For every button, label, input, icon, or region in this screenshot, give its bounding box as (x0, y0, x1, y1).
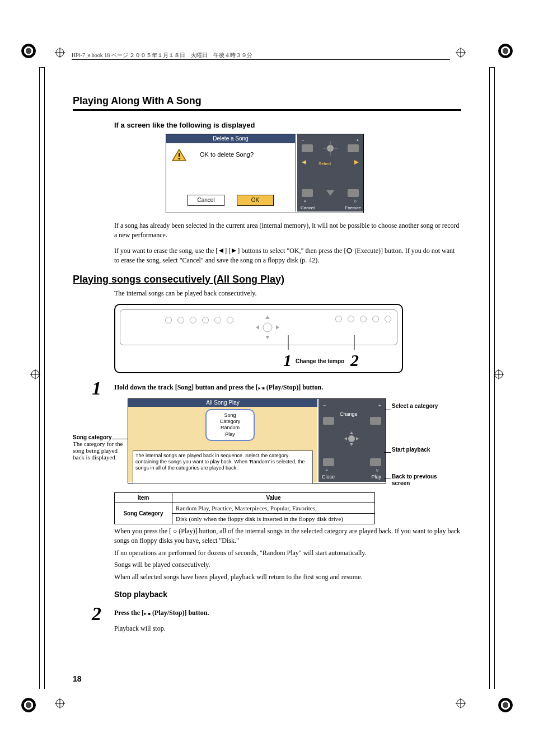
step-text: Press the [/ (Play/Stop)] button. (114, 609, 461, 617)
svg-text:/: / (146, 612, 148, 616)
x-button[interactable] (323, 458, 334, 466)
x-label: × (304, 199, 307, 204)
plus-label: + (378, 402, 381, 408)
table-value: Disk (only when the floppy disk is inser… (172, 513, 375, 524)
minus-label: − (323, 402, 326, 408)
callout-number: 1 (283, 351, 292, 370)
value-table: itemValue Song Category Random Play, Pra… (114, 492, 375, 524)
leader-line (384, 452, 391, 453)
callout-number: 2 (350, 351, 359, 370)
minus-button[interactable] (323, 417, 334, 425)
section-title: Playing Along With A Song (73, 95, 461, 107)
warning-icon (172, 149, 186, 161)
nav-pad: Change − + × ○ Close Play (318, 399, 386, 482)
play-stop-icon: / (258, 384, 265, 389)
joystick-panel-icon (254, 313, 282, 341)
step-number: 1 (92, 378, 101, 399)
play-stop-icon: / (144, 609, 151, 615)
svg-point-29 (347, 248, 352, 253)
table-header: item (115, 492, 172, 503)
major-heading: Playing songs consecutively (All Song Pl… (73, 274, 461, 285)
ok-button[interactable]: OK (237, 195, 274, 206)
minus-label: − (302, 138, 305, 143)
leader-line (384, 478, 391, 478)
registration-mark-icon (456, 48, 466, 58)
screen-message: The internal songs are played back in se… (133, 450, 313, 484)
x-button[interactable] (302, 189, 313, 197)
svg-marker-32 (265, 336, 270, 339)
crop-mark-icon (498, 44, 513, 58)
svg-marker-43 (344, 437, 347, 440)
svg-marker-31 (265, 316, 270, 319)
right-arrow-icon (353, 159, 360, 166)
svg-point-30 (263, 323, 272, 332)
registration-mark-icon (494, 369, 504, 379)
category-bubble: Song Category Random Play (205, 409, 255, 441)
divider (73, 109, 461, 111)
svg-marker-45 (144, 613, 147, 616)
joystick-icon (343, 430, 360, 447)
svg-marker-41 (350, 431, 353, 434)
cancel-button[interactable]: Cancel (188, 195, 224, 206)
svg-marker-33 (256, 325, 259, 330)
right-triangle-icon (231, 247, 237, 252)
all-song-play-figure: All Song Play Song Category Random Play … (128, 398, 386, 483)
step-1: 1 Hold down the track [Song] button and … (73, 383, 461, 392)
meta-text: HPi-7_e.book 18 ページ ２００５年１月１８日 火曜日 午後４時３… (72, 52, 252, 58)
o-button[interactable] (348, 189, 359, 197)
plus-button[interactable] (348, 144, 359, 152)
down-arrow-icon (324, 189, 336, 197)
page-meta: HPi-7_e.book 18 ページ ２００５年１月１８日 火曜日 午後４時３… (72, 51, 450, 61)
dialog-message: OK to delete Song? (200, 151, 254, 158)
svg-marker-26 (326, 190, 334, 196)
svg-marker-34 (276, 325, 279, 330)
paragraph: When all selected songs have been played… (114, 572, 461, 582)
o-button[interactable] (370, 458, 381, 466)
screen-title: All Song Play (128, 399, 317, 407)
close-label: Close (322, 474, 335, 480)
leader-line (354, 335, 355, 350)
plus-button[interactable] (370, 417, 381, 425)
registration-mark-icon (55, 48, 65, 58)
svg-rect-47 (148, 613, 151, 615)
table-value: Random Play, Practice, Masterpieces, Pop… (172, 503, 375, 513)
registration-mark-icon (30, 369, 40, 379)
nav-pad: − + Select × ○ Cancel Execute (297, 134, 363, 212)
step-text: Hold down the track [Song] button and pr… (114, 383, 461, 392)
execute-label: Execute (345, 205, 361, 210)
annotation-back: Back to previous screen (392, 473, 448, 487)
o-label: ○ (376, 467, 379, 473)
svg-rect-39 (263, 387, 265, 389)
panel-figure: 1 Change the tempo 2 (114, 304, 403, 373)
table-header: Value (172, 492, 375, 503)
svg-text:/: / (260, 387, 262, 390)
registration-mark-icon (456, 698, 466, 708)
mini-heading: Stop playback (114, 590, 461, 599)
leader-line (288, 335, 289, 350)
paragraph: Songs will be played consecutively. (114, 560, 461, 570)
tone-buttons (165, 317, 233, 323)
svg-marker-27 (219, 248, 223, 253)
cancel-label: Cancel (301, 205, 315, 210)
minus-button[interactable] (302, 144, 313, 152)
plus-label: + (356, 138, 359, 143)
crop-mark-icon (498, 698, 513, 712)
circle-icon (346, 247, 353, 252)
svg-marker-25 (354, 160, 359, 165)
paragraph: If you want to erase the song, use the [… (114, 246, 461, 266)
svg-marker-24 (302, 160, 306, 165)
annotation-start-playback: Start playback (392, 447, 442, 453)
o-label: ○ (354, 199, 357, 204)
select-label: Select (318, 161, 331, 166)
table-key: Song Category (115, 503, 172, 524)
left-triangle-icon (218, 247, 224, 252)
registration-mark-icon (55, 698, 65, 708)
crop-mark-icon (21, 698, 36, 712)
annotation-select-category: Select a category (392, 403, 442, 410)
svg-marker-37 (258, 387, 260, 390)
paragraph: When you press the [ ○ (Play)] button, a… (114, 527, 461, 546)
left-arrow-icon (301, 159, 307, 166)
paragraph: If a song has already been selected in t… (114, 221, 461, 241)
svg-marker-44 (356, 437, 359, 440)
svg-point-40 (348, 435, 355, 442)
